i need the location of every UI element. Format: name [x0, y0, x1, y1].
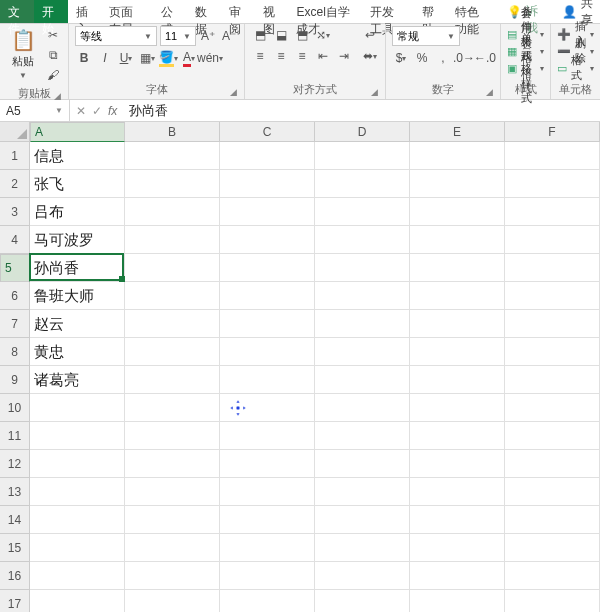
cell-F10[interactable]: [505, 394, 600, 422]
underline-button[interactable]: U▾: [117, 49, 135, 67]
cell-B14[interactable]: [125, 506, 220, 534]
cell-E7[interactable]: [410, 310, 505, 338]
cell-C6[interactable]: [220, 282, 315, 310]
cell-F9[interactable]: [505, 366, 600, 394]
decrease-font-button[interactable]: A⁻: [220, 27, 238, 45]
cell-B2[interactable]: [125, 170, 220, 198]
merge-center-button[interactable]: ⬌▾: [361, 47, 379, 65]
row-header-1[interactable]: 1: [0, 142, 30, 170]
font-size-select[interactable]: 11▼: [160, 26, 196, 46]
col-header-B[interactable]: B: [125, 122, 220, 142]
increase-font-button[interactable]: A⁺: [199, 27, 217, 45]
cell-D8[interactable]: [315, 338, 410, 366]
cell-D7[interactable]: [315, 310, 410, 338]
cell-F5[interactable]: [505, 254, 600, 282]
row-header-17[interactable]: 17: [0, 590, 30, 612]
col-header-F[interactable]: F: [505, 122, 600, 142]
cell-C12[interactable]: [220, 450, 315, 478]
cell-B11[interactable]: [125, 422, 220, 450]
row-header-12[interactable]: 12: [0, 450, 30, 478]
align-middle-button[interactable]: ⬓: [272, 26, 290, 44]
cell-C16[interactable]: [220, 562, 315, 590]
tab-10[interactable]: 特色功能: [447, 0, 499, 23]
cell-D15[interactable]: [315, 534, 410, 562]
row-header-2[interactable]: 2: [0, 170, 30, 198]
cell-B17[interactable]: [125, 590, 220, 612]
name-box[interactable]: A5 ▼: [0, 100, 70, 121]
font-name-select[interactable]: 等线▼: [75, 26, 157, 46]
row-header-6[interactable]: 6: [0, 282, 30, 310]
cell-A13[interactable]: [30, 478, 125, 506]
cancel-formula-icon[interactable]: ✕: [76, 104, 86, 118]
cell-F1[interactable]: [505, 142, 600, 170]
cell-E1[interactable]: [410, 142, 505, 170]
cell-E6[interactable]: [410, 282, 505, 310]
cell-E12[interactable]: [410, 450, 505, 478]
cell-C9[interactable]: [220, 366, 315, 394]
number-format-select[interactable]: 常规▼: [392, 26, 460, 46]
decrease-decimal-button[interactable]: ←.0: [476, 49, 494, 67]
col-header-C[interactable]: C: [220, 122, 315, 142]
row-header-8[interactable]: 8: [0, 338, 30, 366]
cell-A1[interactable]: 信息: [30, 142, 125, 170]
dialog-launcher-icon[interactable]: ◢: [228, 87, 238, 97]
cell-C4[interactable]: [220, 226, 315, 254]
cell-E11[interactable]: [410, 422, 505, 450]
cell-C2[interactable]: [220, 170, 315, 198]
cell-C11[interactable]: [220, 422, 315, 450]
align-bottom-button[interactable]: ⬒: [293, 26, 311, 44]
cell-F16[interactable]: [505, 562, 600, 590]
cell-D12[interactable]: [315, 450, 410, 478]
cell-B12[interactable]: [125, 450, 220, 478]
cell-D2[interactable]: [315, 170, 410, 198]
phonetic-button[interactable]: wén▾: [201, 49, 219, 67]
tab-0[interactable]: 开始: [34, 0, 68, 23]
cell-B16[interactable]: [125, 562, 220, 590]
orientation-button[interactable]: ⤭▾: [314, 26, 332, 44]
cell-F17[interactable]: [505, 590, 600, 612]
cell-E5[interactable]: [410, 254, 505, 282]
cell-D4[interactable]: [315, 226, 410, 254]
cell-F6[interactable]: [505, 282, 600, 310]
cut-button[interactable]: ✂: [44, 26, 62, 44]
cell-C1[interactable]: [220, 142, 315, 170]
cell-B4[interactable]: [125, 226, 220, 254]
tab-6[interactable]: 视图: [255, 0, 289, 23]
row-header-16[interactable]: 16: [0, 562, 30, 590]
cell-A11[interactable]: [30, 422, 125, 450]
decrease-indent-button[interactable]: ⇤: [314, 47, 332, 65]
fill-color-button[interactable]: 🪣▾: [159, 49, 177, 67]
wrap-text-button[interactable]: ↩: [361, 26, 379, 44]
cell-E17[interactable]: [410, 590, 505, 612]
comma-button[interactable]: ,: [434, 49, 452, 67]
paste-button[interactable]: 📋 粘贴 ▼: [6, 26, 40, 82]
cell-F15[interactable]: [505, 534, 600, 562]
cell-A9[interactable]: 诸葛亮: [30, 366, 125, 394]
cell-E4[interactable]: [410, 226, 505, 254]
percent-button[interactable]: %: [413, 49, 431, 67]
row-header-13[interactable]: 13: [0, 478, 30, 506]
dialog-launcher-icon[interactable]: ◢: [52, 91, 62, 101]
cell-C5[interactable]: [220, 254, 315, 282]
cell-A2[interactable]: 张飞: [30, 170, 125, 198]
cell-A8[interactable]: 黄忠: [30, 338, 125, 366]
formula-input[interactable]: 孙尚香: [123, 102, 600, 120]
row-header-5[interactable]: 5: [0, 254, 30, 282]
cell-B1[interactable]: [125, 142, 220, 170]
align-center-button[interactable]: ≡: [272, 47, 290, 65]
cell-A6[interactable]: 鲁班大师: [30, 282, 125, 310]
row-header-11[interactable]: 11: [0, 422, 30, 450]
cell-B3[interactable]: [125, 198, 220, 226]
border-button[interactable]: ▦▾: [138, 49, 156, 67]
cell-D6[interactable]: [315, 282, 410, 310]
cell-F4[interactable]: [505, 226, 600, 254]
increase-decimal-button[interactable]: .0→: [455, 49, 473, 67]
col-header-A[interactable]: A: [30, 122, 125, 142]
font-color-button[interactable]: A▾: [180, 49, 198, 67]
cell-C15[interactable]: [220, 534, 315, 562]
cell-F13[interactable]: [505, 478, 600, 506]
cell-C17[interactable]: [220, 590, 315, 612]
cell-F14[interactable]: [505, 506, 600, 534]
cell-D17[interactable]: [315, 590, 410, 612]
accept-formula-icon[interactable]: ✓: [92, 104, 102, 118]
